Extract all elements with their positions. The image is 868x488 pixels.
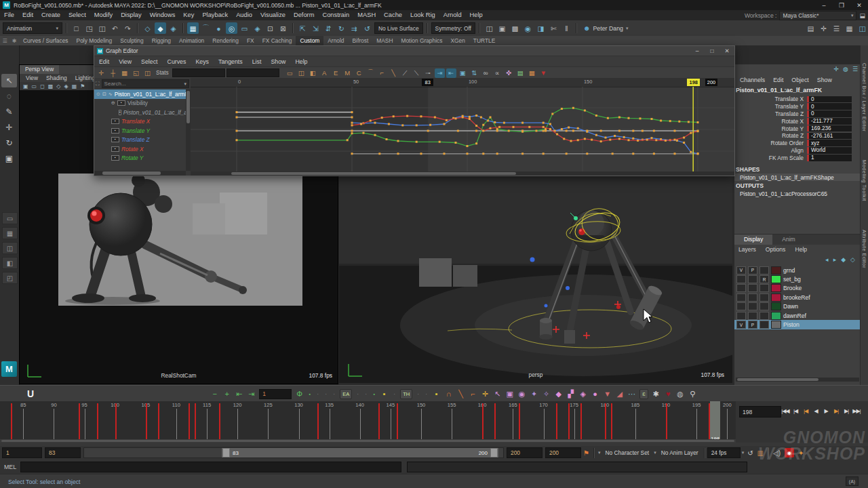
anim-dot-2[interactable]: · — [315, 388, 320, 399]
channel-row[interactable]: Rotate X-211.777 — [734, 117, 861, 125]
expander-icon[interactable]: ⊖ — [111, 100, 115, 106]
shelf-gear-icon[interactable]: ✱ — [9, 38, 19, 44]
layer-from-selected-icon[interactable]: ◇ — [850, 256, 855, 263]
outliner-row[interactable]: ▪Translate Y — [94, 126, 186, 136]
shelf-tab-curves-surfaces[interactable]: Curves / Surfaces — [19, 36, 73, 45]
select-object-icon[interactable]: ◆ — [155, 22, 166, 34]
layer-row[interactable]: Rset_bg — [734, 274, 861, 283]
mayausd-logo-icon[interactable]: M — [1, 361, 17, 377]
menu-cache[interactable]: Cache — [380, 10, 406, 20]
normalized-view-icon[interactable]: ◧ — [308, 68, 318, 78]
channel-row[interactable]: Rotate Y169.236 — [734, 125, 861, 132]
snap-projected-center-icon[interactable]: ◎ — [226, 22, 237, 34]
pre-infinity-cycle-icon[interactable]: ∞ — [481, 68, 491, 78]
layer-ref-toggle[interactable] — [760, 284, 769, 292]
outliner-row[interactable]: ⊖▪Visibility — [94, 99, 186, 108]
graph-search-input[interactable]: Search... ▾ — [102, 79, 189, 88]
channel-value-field[interactable]: 0 — [807, 96, 852, 103]
isolate-select-icon[interactable]: ⚑ — [80, 83, 85, 89]
channel-value-field[interactable]: xyz — [807, 140, 852, 146]
layer-ref-toggle[interactable] — [760, 293, 769, 302]
swap-buffer-curve-icon[interactable]: ⇅ — [469, 68, 479, 78]
layer-color-swatch[interactable] — [771, 275, 781, 283]
menu-edit[interactable]: Edit — [18, 10, 37, 20]
anim-dot-7[interactable]: ▪ — [372, 388, 376, 399]
channel-value-field[interactable]: 0 — [807, 103, 852, 110]
channel-row[interactable]: AlignWorld — [734, 147, 861, 155]
pivot-rig-icon[interactable]: ◉ — [517, 388, 526, 399]
absolute-view-icon[interactable]: ▭ — [285, 68, 295, 78]
timeline-current-frame[interactable]: 198 — [710, 401, 720, 443]
layer-playback-toggle[interactable] — [748, 302, 757, 310]
outliner-row[interactable]: ⊙⊡∿Piston_v01_01_L:ac_lf_armF — [94, 89, 186, 99]
shelf-tab-rendering[interactable]: Rendering — [208, 36, 243, 45]
ramp-rig-icon[interactable]: ◢ — [615, 388, 624, 399]
select-tool[interactable]: ↖ — [1, 74, 17, 87]
paint-select-tool[interactable]: ✎ — [1, 105, 17, 119]
grid-toggle-icon[interactable]: ▦ — [72, 83, 77, 89]
channel-value-field[interactable]: 169.236 — [807, 125, 852, 132]
menu-modify[interactable]: Modify — [90, 10, 117, 20]
sequence-render-icon[interactable]: ✄ — [548, 22, 559, 34]
layer-row[interactable]: VPPiston — [734, 320, 861, 329]
channelbox-menu-object[interactable]: Object — [789, 77, 811, 83]
channel-speed-icon[interactable]: ◍ — [843, 66, 848, 73]
clamped-tangent-icon[interactable]: M — [342, 68, 353, 78]
menu-look-rig[interactable]: Look Rig — [406, 10, 439, 20]
save-scene-icon[interactable]: ◫ — [96, 22, 108, 34]
maximize-button[interactable]: ❐ — [833, 0, 850, 10]
layer-visible-toggle[interactable] — [736, 302, 746, 310]
humanik-toggle-icon[interactable]: ✛ — [818, 22, 829, 34]
layer-visible-toggle[interactable] — [736, 284, 746, 292]
graph-menu-help[interactable]: Help — [290, 58, 312, 65]
menu-windows[interactable]: Windows — [146, 10, 180, 20]
speaker-icon[interactable]: ◁) — [773, 449, 781, 457]
layer-playback-toggle[interactable] — [748, 293, 757, 302]
make-live-icon[interactable]: ◈ — [252, 22, 263, 34]
input-operations-icon[interactable]: ⇱ — [297, 22, 309, 34]
menu-file[interactable]: File — [0, 10, 18, 20]
input-connections-icon[interactable]: ⇲ — [310, 22, 321, 34]
command-result-field[interactable] — [407, 462, 747, 472]
empty-layer-icon[interactable]: ◆ — [841, 256, 846, 263]
shape-node-name[interactable]: Piston_v01_01_L:ac_lf_armFKShape — [734, 174, 861, 181]
buffer-curve-snapshot-icon[interactable]: ▣ — [458, 68, 468, 78]
ghost-icon[interactable]: ◆ — [554, 388, 563, 399]
anim-layer-selector[interactable]: No Anim Layer — [658, 449, 702, 458]
shelf-tab-turtle[interactable]: TURTLE — [469, 36, 499, 45]
set-key-icon[interactable]: ✛ — [481, 388, 490, 399]
shelf-tab-xgen[interactable]: XGen — [446, 36, 469, 45]
expander-icon[interactable]: ⊙ — [96, 92, 100, 97]
stacked-view-icon[interactable]: ◫ — [296, 68, 307, 78]
side-tab-attribute-editor[interactable]: Attribute Editor — [861, 230, 867, 268]
side-tab-modeling-toolkit[interactable]: Modeling Toolkit — [861, 160, 867, 201]
layer-color-swatch[interactable] — [771, 321, 781, 329]
current-time-field[interactable]: 198 — [739, 406, 781, 418]
outliner-row[interactable]: ▪Piston_v01_01_L:ac_lf_a — [94, 108, 186, 117]
anim-dot-4[interactable]: · — [332, 388, 336, 399]
snap-point-icon[interactable]: ● — [213, 22, 224, 34]
range-start-handle[interactable] — [222, 448, 230, 458]
select-hierarchy-icon[interactable]: ◇ — [142, 22, 153, 34]
key-square-2[interactable]: ▪ — [432, 388, 441, 399]
time-slider[interactable]: 8590951001051101151201251301351401451501… — [0, 401, 868, 443]
open-pose-editor-icon[interactable]: ✜ — [504, 68, 514, 78]
play-forwards-button[interactable]: ▶ — [821, 406, 831, 416]
anim-dot-5[interactable]: · — [355, 388, 360, 399]
next-edit-button[interactable]: ⇥ — [247, 388, 256, 399]
retime-tool-icon[interactable]: ◫ — [142, 68, 153, 78]
select-rig-icon[interactable]: ↖ — [493, 388, 502, 399]
frame-entry-field[interactable]: 1 — [259, 389, 292, 399]
anim-dot-3[interactable]: · — [323, 388, 328, 399]
render-settings-icon[interactable]: ▩ — [509, 22, 521, 34]
graph-menu-show[interactable]: Show — [266, 58, 290, 65]
lattice-deform-keys-icon[interactable]: ▦ — [119, 68, 130, 78]
outliner-horizontal-scrollbar[interactable] — [94, 171, 186, 176]
post-infinity-cycle-icon[interactable]: ∝ — [492, 68, 502, 78]
time-snap-icon[interactable]: ⇥ — [435, 68, 445, 78]
lasso-tool[interactable]: ◌ — [1, 89, 17, 103]
gate-mask-icon[interactable]: ▩ — [48, 83, 54, 89]
menu-create[interactable]: Create — [37, 10, 64, 20]
shelf-tab-fx[interactable]: FX — [243, 36, 258, 45]
outliner-vertical-scrollbar[interactable] — [186, 89, 191, 171]
